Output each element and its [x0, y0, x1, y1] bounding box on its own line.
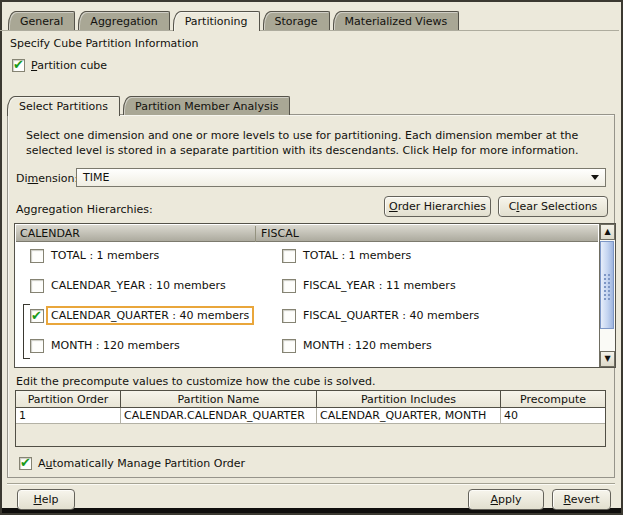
- level-label: MONTH : 120 members: [48, 338, 183, 353]
- hierarchies-list-header: CALENDAR FISCAL: [16, 225, 598, 242]
- precompute-table: Partition Order Partition Name Partition…: [15, 390, 606, 447]
- select-partitions-panel: Select one dimension and one or more lev…: [7, 114, 615, 478]
- main-tabbar: General Aggregation Partitioning Storage…: [0, 7, 619, 31]
- tab-aggregation[interactable]: Aggregation: [78, 11, 169, 30]
- precompute-table-header: Partition Order Partition Name Partition…: [16, 391, 605, 408]
- column-header-partition-includes: Partition Includes: [317, 391, 501, 407]
- level-label: CALENDAR_QUARTER : 40 members: [48, 308, 252, 323]
- cell-precompute[interactable]: 40: [501, 408, 605, 423]
- scroll-down-icon[interactable]: ▼: [600, 351, 615, 367]
- level-checkbox[interactable]: [30, 249, 44, 263]
- partition-cube-checkbox[interactable]: [12, 59, 25, 72]
- auto-manage-label: Automatically Manage Partition Order: [38, 457, 245, 470]
- partition-cube-row[interactable]: Partition cube: [12, 59, 107, 72]
- order-hierarchies-button[interactable]: Order Hierarchies: [384, 196, 491, 217]
- level-item-fiscal-quarter[interactable]: FISCAL_QUARTER : 40 members: [282, 308, 482, 323]
- table-empty-area: [16, 424, 605, 446]
- cell-partition-order[interactable]: 1: [16, 408, 121, 423]
- tab-general[interactable]: General: [8, 11, 75, 30]
- selected-levels-bracket: [23, 304, 30, 359]
- level-checkbox[interactable]: [282, 279, 296, 293]
- level-label: TOTAL : 1 members: [300, 248, 414, 263]
- vertical-scrollbar[interactable]: ▲ ▼: [599, 224, 615, 367]
- cell-partition-includes[interactable]: CALENDAR_QUARTER, MONTH: [317, 408, 501, 423]
- partitioning-description: Select one dimension and one or more lev…: [26, 128, 604, 158]
- level-checkbox[interactable]: [282, 309, 296, 323]
- partition-cube-label: Partition cube: [31, 59, 107, 72]
- level-checkbox[interactable]: [282, 339, 296, 353]
- level-label: TOTAL : 1 members: [48, 248, 162, 263]
- tab-materialized-views[interactable]: Materialized Views: [333, 11, 460, 30]
- tab-storage[interactable]: Storage: [263, 11, 330, 30]
- level-label: CALENDAR_YEAR : 10 members: [48, 278, 229, 293]
- aggregation-hierarchies-label: Aggregation Hierarchies:: [16, 203, 153, 216]
- level-checkbox[interactable]: [282, 249, 296, 263]
- column-header-precompute: Precompute: [501, 391, 605, 407]
- dimension-select[interactable]: TIME: [76, 168, 606, 187]
- level-item-fiscal-month[interactable]: MONTH : 120 members: [282, 338, 435, 353]
- tab-partition-member-analysis[interactable]: Partition Member Analysis: [123, 96, 290, 115]
- footer-divider: [7, 483, 615, 485]
- column-header-partition-order: Partition Order: [16, 391, 121, 407]
- level-item-calendar-quarter[interactable]: CALENDAR_QUARTER : 40 members: [30, 308, 252, 323]
- hierarchies-list: CALENDAR FISCAL TOTAL : 1 members CALEND…: [14, 223, 616, 368]
- level-label: FISCAL_YEAR : 11 members: [300, 278, 459, 293]
- auto-manage-checkbox[interactable]: [19, 457, 32, 470]
- table-row[interactable]: 1 CALENDAR.CALENDAR_QUARTER CALENDAR_QUA…: [16, 408, 605, 424]
- dimension-label: Dimension:: [16, 172, 78, 185]
- level-label: FISCAL_QUARTER : 40 members: [300, 308, 482, 323]
- precompute-instruction: Edit the precompute values to customize …: [16, 375, 375, 388]
- scroll-up-icon[interactable]: ▲: [600, 224, 615, 240]
- tab-select-partitions[interactable]: Select Partitions: [7, 96, 120, 116]
- auto-manage-row[interactable]: Automatically Manage Partition Order: [19, 457, 245, 470]
- level-item-fiscal-year[interactable]: FISCAL_YEAR : 11 members: [282, 278, 459, 293]
- level-checkbox[interactable]: [30, 309, 44, 323]
- column-header-calendar: CALENDAR: [20, 227, 80, 240]
- column-header-partition-name: Partition Name: [121, 391, 317, 407]
- level-checkbox[interactable]: [30, 339, 44, 353]
- chevron-down-icon: [591, 175, 599, 180]
- level-label: MONTH : 120 members: [300, 338, 435, 353]
- cube-partitioning-dialog: General Aggregation Partitioning Storage…: [0, 0, 623, 515]
- cell-partition-name[interactable]: CALENDAR.CALENDAR_QUARTER: [121, 408, 317, 423]
- tab-partitioning[interactable]: Partitioning: [173, 11, 260, 31]
- level-item-fiscal-total[interactable]: TOTAL : 1 members: [282, 248, 414, 263]
- apply-button[interactable]: Apply: [468, 489, 544, 510]
- partition-subtabbar: Select Partitions Partition Member Analy…: [6, 92, 293, 115]
- level-item-calendar-year[interactable]: CALENDAR_YEAR : 10 members: [30, 278, 229, 293]
- level-item-calendar-month[interactable]: MONTH : 120 members: [30, 338, 183, 353]
- dimension-selected-value: TIME: [77, 171, 591, 184]
- help-button[interactable]: Help: [17, 489, 75, 510]
- clear-selections-button[interactable]: Clear Selections: [498, 196, 608, 217]
- revert-button[interactable]: Revert: [552, 489, 611, 510]
- level-checkbox[interactable]: [30, 279, 44, 293]
- level-item-calendar-total[interactable]: TOTAL : 1 members: [30, 248, 162, 263]
- scrollbar-thumb[interactable]: [600, 241, 614, 329]
- column-header-fiscal: FISCAL: [255, 226, 299, 242]
- page-title: Specify Cube Partition Information: [10, 37, 198, 50]
